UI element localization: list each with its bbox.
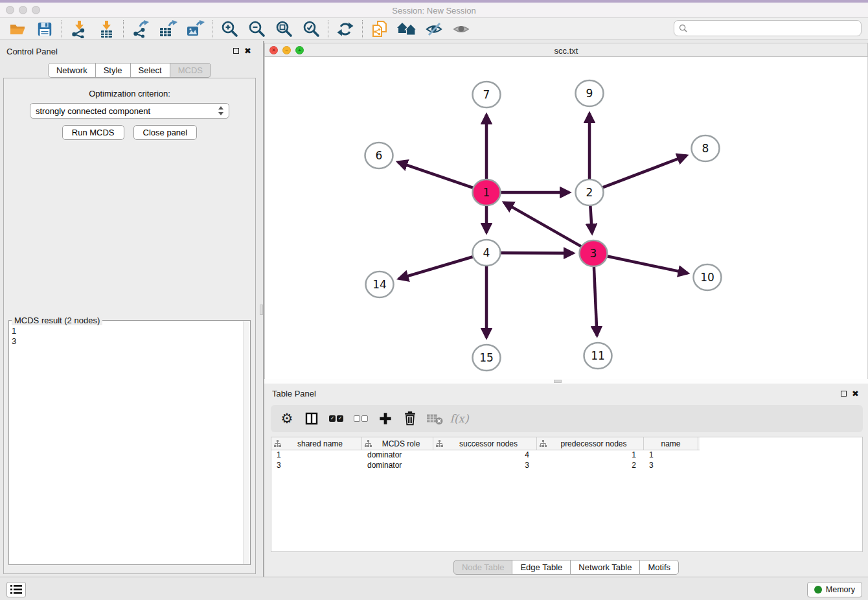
search-input[interactable] xyxy=(691,24,861,33)
unchecked-boxes-icon xyxy=(354,415,368,422)
graph-edge-4-3[interactable] xyxy=(500,253,573,253)
graph-edge-2-3[interactable] xyxy=(590,206,592,233)
graph-edge-1-6[interactable] xyxy=(398,162,474,188)
tab-mcds[interactable]: MCDS xyxy=(170,63,211,78)
gear-icon: ⚙ xyxy=(281,411,293,426)
clone-network-button[interactable] xyxy=(366,19,393,40)
cell-shared-name[interactable]: 3 xyxy=(271,461,362,471)
graph-edge-2-8[interactable] xyxy=(602,156,687,188)
task-history-button[interactable] xyxy=(6,582,26,597)
column-header-predecessor-nodes[interactable]: predecessor nodes xyxy=(537,437,644,450)
tab-style[interactable]: Style xyxy=(95,63,131,78)
status-bar: Memory xyxy=(0,577,868,600)
select-all-columns-button[interactable]: ✓✓ xyxy=(325,408,347,430)
search-field[interactable] xyxy=(674,20,862,36)
tab-edge-table[interactable]: Edge Table xyxy=(512,560,571,575)
node-table: shared name MCDS role successor nodes pr… xyxy=(271,437,863,552)
vertical-splitter[interactable] xyxy=(259,41,264,577)
tab-motifs[interactable]: Motifs xyxy=(639,560,679,575)
float-panel-icon[interactable] xyxy=(233,48,239,54)
column-header-shared-name[interactable]: shared name xyxy=(271,437,362,450)
graph-node-label: 8 xyxy=(702,142,709,155)
graph-edge-3-1[interactable] xyxy=(504,202,582,246)
splitter-grip[interactable] xyxy=(260,305,263,315)
table-settings-button[interactable]: ⚙ xyxy=(276,408,298,430)
delete-table-button[interactable] xyxy=(424,408,446,430)
network-canvas[interactable]: 7968124314101511 xyxy=(264,57,868,379)
control-panel-title: Control Panel xyxy=(6,47,58,56)
zoom-out-button[interactable] xyxy=(243,19,270,40)
houses-icon xyxy=(396,21,417,38)
tab-node-table[interactable]: Node Table xyxy=(453,560,513,575)
graph-node-label: 11 xyxy=(591,349,605,362)
hierarchy-icon xyxy=(436,440,443,447)
run-mcds-button[interactable]: Run MCDS xyxy=(62,125,124,140)
cell-name[interactable]: 3 xyxy=(644,461,698,471)
deselect-all-columns-button[interactable] xyxy=(350,408,372,430)
tab-network[interactable]: Network xyxy=(48,63,96,78)
hierarchy-icon xyxy=(540,440,547,447)
open-session-button[interactable] xyxy=(4,19,31,40)
memory-label: Memory xyxy=(826,585,855,594)
column-header-mcds-role[interactable]: MCDS role xyxy=(362,437,433,450)
import-network-icon xyxy=(70,20,88,38)
cell-successor-nodes[interactable]: 3 xyxy=(433,461,537,471)
memory-status-icon xyxy=(814,586,822,594)
graph-node-label: 3 xyxy=(590,247,597,260)
export-image-button[interactable] xyxy=(181,19,209,40)
search-icon xyxy=(679,24,687,32)
column-header-successor-nodes[interactable]: successor nodes xyxy=(433,437,537,450)
cell-name[interactable]: 1 xyxy=(644,450,698,461)
cell-predecessor-nodes[interactable]: 2 xyxy=(537,461,644,471)
create-column-button[interactable] xyxy=(374,408,396,430)
import-network-button[interactable] xyxy=(65,19,93,40)
apply-layout-button[interactable] xyxy=(332,19,359,40)
first-neighbors-button[interactable] xyxy=(393,19,420,40)
close-panel-button[interactable]: Close panel xyxy=(133,125,198,140)
export-network-button[interactable] xyxy=(127,19,154,40)
graph-node-label: 4 xyxy=(483,246,490,259)
tab-select[interactable]: Select xyxy=(130,63,170,78)
cell-mcds-role[interactable]: dominator xyxy=(362,450,433,461)
graph-edge-3-10[interactable] xyxy=(607,256,688,273)
hide-selected-button[interactable] xyxy=(420,19,448,40)
export-table-button[interactable] xyxy=(154,19,181,40)
column-header-name[interactable]: name xyxy=(644,437,698,450)
tab-network-table[interactable]: Network Table xyxy=(570,560,640,575)
function-builder-button[interactable]: f(x) xyxy=(448,408,470,430)
graph-node-label: 9 xyxy=(586,87,593,100)
export-table-icon xyxy=(158,20,177,38)
result-scrollbar[interactable] xyxy=(243,321,249,564)
graph-edge-4-14[interactable] xyxy=(399,257,474,279)
graph-node-label: 7 xyxy=(483,88,490,101)
delete-table-icon xyxy=(426,411,443,426)
horizontal-splitter[interactable] xyxy=(264,379,868,384)
save-session-button[interactable] xyxy=(31,19,58,40)
close-panel-icon[interactable]: ✖ xyxy=(244,47,251,55)
table-row[interactable]: 1 dominator 4 1 1 xyxy=(271,450,862,461)
delete-columns-button[interactable] xyxy=(399,408,421,430)
cell-successor-nodes[interactable]: 4 xyxy=(433,450,537,461)
window-title: Session: New Session xyxy=(0,6,868,16)
show-all-button[interactable] xyxy=(448,19,475,40)
folder-open-icon xyxy=(8,21,27,38)
table-row[interactable]: 3 dominator 3 2 3 xyxy=(271,461,862,471)
dropdown-stepper-icon xyxy=(218,106,223,115)
zoom-selected-button[interactable] xyxy=(297,19,325,40)
zoom-fit-button[interactable] xyxy=(270,19,297,40)
cell-mcds-role[interactable]: dominator xyxy=(362,461,433,471)
splitter-grip[interactable] xyxy=(554,380,562,383)
memory-button[interactable]: Memory xyxy=(807,582,862,597)
eye-slash-icon xyxy=(425,20,443,38)
cell-predecessor-nodes[interactable]: 1 xyxy=(537,450,644,461)
show-columns-button[interactable] xyxy=(301,408,323,430)
graph-edge-3-11[interactable] xyxy=(594,267,597,336)
float-table-panel-icon[interactable] xyxy=(841,391,847,397)
cell-shared-name[interactable]: 1 xyxy=(271,450,362,461)
close-table-panel-icon[interactable]: ✖ xyxy=(852,389,859,398)
zoom-in-button[interactable] xyxy=(216,19,243,40)
import-table-button[interactable] xyxy=(93,19,120,40)
network-view-window: ✕ – + scc.txt 7968124314101511 xyxy=(264,41,868,379)
criterion-dropdown[interactable]: strongly connected component xyxy=(30,103,229,119)
plus-icon xyxy=(378,411,393,426)
